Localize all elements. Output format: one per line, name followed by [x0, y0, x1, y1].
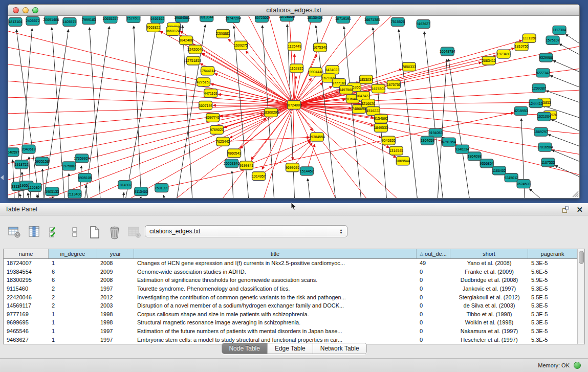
- graph-node[interactable]: 1314545: [389, 146, 403, 155]
- graph-node[interactable]: 1014957: [252, 172, 266, 181]
- graph-node[interactable]: 2405572: [26, 16, 39, 25]
- graph-node[interactable]: 2083410: [482, 56, 496, 65]
- column-header-name[interactable]: name: [4, 249, 49, 258]
- graph-node[interactable]: 9366854: [480, 159, 494, 168]
- network-canvas[interactable]: 1872400722040461842408124200461275185317…: [8, 16, 579, 198]
- graph-node[interactable]: 7581399: [155, 184, 168, 192]
- table-source-select[interactable]: citations_edges.txt ▲▼: [145, 225, 347, 237]
- graph-node[interactable]: 8660124: [166, 27, 180, 35]
- table-row[interactable]: 946554611997Estimation of the future num…: [4, 327, 577, 336]
- graph-node[interactable]: 1875755: [387, 80, 401, 89]
- column-select-icon[interactable]: [27, 225, 42, 240]
- graph-node[interactable]: 6434023: [325, 65, 339, 74]
- network-window[interactable]: citations_edges.txt 18724007220404618424…: [8, 4, 580, 199]
- memory-status-icon[interactable]: [574, 362, 581, 369]
- tab-node-table[interactable]: Node Table: [222, 343, 268, 354]
- graph-node[interactable]: 9699695: [286, 163, 299, 172]
- graph-node[interactable]: 20053346: [224, 159, 239, 168]
- graph-node[interactable]: 4471163: [204, 89, 217, 98]
- graph-node[interactable]: 6497568: [339, 85, 353, 94]
- graph-node[interactable]: 17544114: [200, 67, 215, 75]
- table-row[interactable]: 911546021997Tourette syndrome. Phenomeno…: [4, 285, 577, 293]
- graph-node[interactable]: 1621064: [537, 112, 551, 121]
- graph-node[interactable]: 10719191: [335, 16, 351, 23]
- close-panel-icon[interactable]: ✕: [576, 206, 583, 213]
- graph-node[interactable]: 9245012: [505, 173, 518, 182]
- graph-node[interactable]: 7624503: [516, 180, 530, 188]
- graph-node[interactable]: 18130404: [307, 16, 323, 22]
- graph-node[interactable]: 1364059: [421, 136, 434, 145]
- graph-node[interactable]: 15747204: [225, 16, 241, 23]
- graph-node[interactable]: 7860543: [227, 149, 241, 158]
- table-row[interactable]: 1938455462009Genome-wide association stu…: [4, 268, 577, 276]
- graph-node[interactable]: 1527602: [126, 16, 140, 23]
- graph-node[interactable]: 1842408: [179, 36, 193, 45]
- delete-trash-icon[interactable]: [107, 225, 122, 240]
- graph-node[interactable]: 9789021: [210, 125, 224, 134]
- graph-node[interactable]: 9199841: [239, 161, 253, 170]
- graph-node[interactable]: 1405575: [62, 17, 76, 26]
- graph-node[interactable]: 18300295: [263, 108, 279, 117]
- rows-icon[interactable]: [67, 225, 82, 240]
- network-graph[interactable]: 1872400722040461842408124200461275185317…: [8, 16, 579, 198]
- graph-node[interactable]: 4275152: [197, 78, 210, 86]
- graph-node[interactable]: 2206881: [216, 29, 230, 38]
- graph-node[interactable]: 1117304: [553, 26, 566, 34]
- graph-node[interactable]: 9546320: [382, 136, 396, 145]
- graph-node[interactable]: 1575107: [546, 36, 559, 45]
- graph-node[interactable]: 18724007: [286, 101, 302, 110]
- column-header-pagerank[interactable]: pagerank: [528, 249, 577, 258]
- graph-node[interactable]: 15728059: [279, 16, 295, 21]
- graph-node[interactable]: 1162815: [290, 64, 303, 73]
- column-header-short[interactable]: short: [450, 249, 528, 258]
- table-row[interactable]: 977716911998Corpus callosum shape and si…: [4, 310, 577, 319]
- tab-network-table[interactable]: Network Table: [313, 343, 366, 354]
- graph-node[interactable]: 1869544: [396, 157, 410, 165]
- graph-node[interactable]: 8813044: [200, 16, 213, 21]
- minimize-window-icon[interactable]: [23, 7, 29, 13]
- graph-node[interactable]: 1675340: [313, 43, 327, 52]
- graph-node[interactable]: 16671385: [364, 16, 380, 24]
- graph-node[interactable]: 9154692: [374, 114, 388, 123]
- graph-node[interactable]: 7625442: [216, 137, 230, 146]
- graph-node[interactable]: 1569297: [534, 127, 548, 136]
- tab-edge-table[interactable]: Edge Table: [268, 343, 313, 354]
- graph-node[interactable]: 1864098: [468, 152, 482, 161]
- graph-node[interactable]: 1975887: [62, 162, 76, 170]
- collapse-panel-arrow-icon[interactable]: [1, 175, 4, 180]
- graph-node[interactable]: 1209387: [532, 84, 546, 93]
- graph-node[interactable]: 9115460: [134, 187, 148, 196]
- graph-node[interactable]: 6791954: [442, 138, 456, 146]
- table-row[interactable]: 1830029562008Estimation of significance …: [4, 276, 577, 285]
- graph-node[interactable]: 1814907: [118, 181, 132, 189]
- graph-node[interactable]: 16648784: [440, 47, 455, 56]
- graph-node[interactable]: 2113406: [68, 190, 82, 198]
- float-panel-icon[interactable]: [562, 206, 569, 213]
- graph-node[interactable]: 1675303: [372, 84, 385, 93]
- graph-node[interactable]: 9346234: [455, 145, 469, 154]
- graph-node[interactable]: 1156804: [28, 183, 42, 192]
- table-scrollbar-thumb[interactable]: [579, 251, 584, 264]
- graph-node[interactable]: 7850333: [402, 62, 416, 71]
- close-window-icon[interactable]: [13, 7, 19, 13]
- graph-node[interactable]: 1167533: [541, 158, 555, 167]
- graph-node[interactable]: 1609275: [234, 41, 248, 50]
- combo-stepper-icon[interactable]: ▲▼: [336, 229, 343, 234]
- graph-node[interactable]: 1918752: [14, 160, 28, 169]
- graph-node[interactable]: 9463627: [417, 19, 430, 28]
- graph-node[interactable]: 1973493: [497, 50, 511, 58]
- graph-node[interactable]: 1125449: [288, 42, 301, 51]
- graph-node[interactable]: 6466162: [150, 16, 164, 23]
- graph-node[interactable]: 10655257: [102, 16, 118, 23]
- graph-node[interactable]: 1221358: [522, 34, 536, 42]
- table-row[interactable]: 1872400712008Changes of HCN gene express…: [4, 259, 577, 268]
- column-header-in-degree[interactable]: in_degree: [49, 249, 97, 258]
- graph-node[interactable]: 1853034: [359, 75, 373, 84]
- graph-node[interactable]: 9227342: [536, 69, 550, 77]
- graph-node[interactable]: 8097743: [206, 113, 220, 122]
- graph-node[interactable]: 1810755: [514, 42, 528, 51]
- graph-node[interactable]: 8572302: [255, 16, 269, 22]
- graph-node[interactable]: 7515526: [391, 17, 405, 26]
- graph-node[interactable]: 5905105: [78, 173, 92, 182]
- graph-node[interactable]: 19384554: [309, 133, 325, 141]
